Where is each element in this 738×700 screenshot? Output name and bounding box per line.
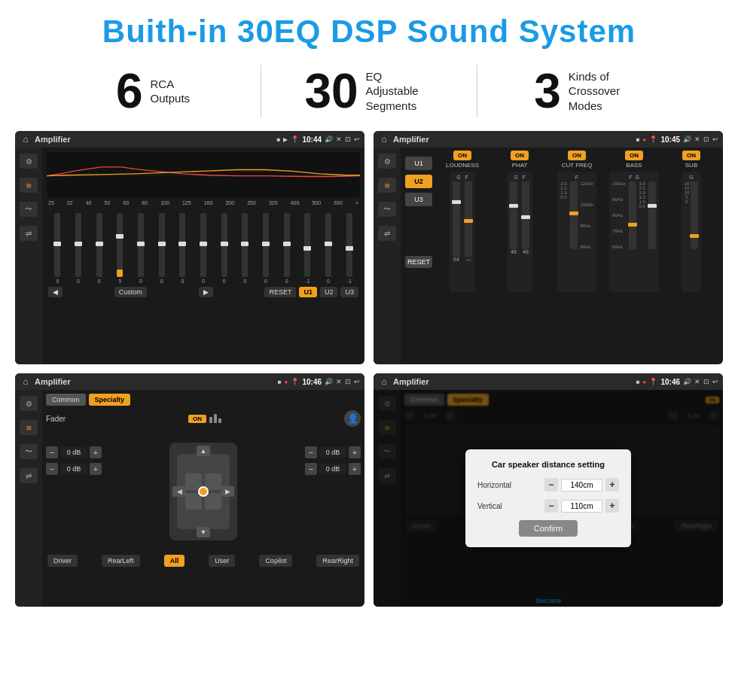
eq-slider-3[interactable]: 0	[90, 213, 108, 284]
location-icon: 📍	[291, 135, 299, 143]
sp-left-top-minus[interactable]: −	[46, 446, 58, 458]
fader-user-btn[interactable]: User	[209, 555, 235, 567]
fader-rearright-btn[interactable]: RearRight	[316, 555, 359, 567]
cx-u2-btn[interactable]: U2	[405, 175, 432, 188]
eq-sliders[interactable]: 0 0 0 5 0	[47, 208, 360, 284]
nav-right-arrow[interactable]: ▶	[221, 486, 234, 497]
eq-record-icon: ■	[277, 136, 281, 143]
fader-tab-specialty[interactable]: Specialty	[89, 394, 131, 406]
eq-time: 10:44	[302, 135, 322, 144]
cx-location-icon: 📍	[649, 135, 657, 143]
cutfreq-toggle[interactable]: ON	[568, 151, 586, 160]
loudness-toggle[interactable]: ON	[453, 151, 471, 160]
screen-dialog: ⌂ Amplifier ■ ● 📍 10:46 🔊 ✕ ⊡ ↩ ⚙ ≋ 〜 ⇌	[374, 373, 723, 607]
eq-slider-8[interactable]: 0	[194, 213, 213, 284]
bass-toggle[interactable]: ON	[625, 151, 643, 160]
eq-window-icon: ⊡	[345, 135, 351, 143]
fader-settings-icon[interactable]: ⚙	[20, 396, 38, 411]
eq-slider-15[interactable]: -1	[340, 213, 358, 284]
eq-slider-5[interactable]: 0	[132, 213, 151, 284]
sp-right-bot-plus[interactable]: +	[349, 463, 361, 475]
cx-balance-icon[interactable]: ⇌	[378, 226, 396, 241]
eq-u1-btn[interactable]: U1	[299, 287, 317, 297]
eq-slider-13[interactable]: -1	[298, 213, 317, 284]
fader-tab-common[interactable]: Common	[46, 394, 86, 406]
bass-name: BASS	[626, 162, 642, 169]
eq-slider-2[interactable]: 0	[69, 213, 88, 284]
cx-eq-icon[interactable]: ≋	[378, 178, 396, 193]
sp-left-bot-plus[interactable]: +	[90, 463, 102, 475]
fader-home-icon[interactable]: ⌂	[20, 376, 32, 388]
fader-eq-icon[interactable]: ≋	[20, 420, 38, 435]
screens-grid: ⌂ Amplifier ■ ▶ 📍 10:44 🔊 ✕ ⊡ ↩ ⚙ ≋ 〜 ⇌	[0, 131, 738, 607]
eq-reset-btn[interactable]: RESET	[264, 287, 296, 297]
eq-bottom-controls: ◀ Custom ▶ RESET U1 U2 U3	[47, 287, 360, 297]
nav-down-arrow[interactable]: ▼	[197, 527, 210, 537]
phat-toggle[interactable]: ON	[511, 151, 529, 160]
sub-toggle[interactable]: ON	[682, 151, 700, 160]
speaker-icon: 🔊	[325, 135, 333, 143]
page-title: Buith-in 30EQ DSP Sound System	[0, 0, 738, 57]
cx-u1-btn[interactable]: U1	[405, 157, 432, 170]
eq-slider-14[interactable]: 0	[319, 213, 338, 284]
fader-driver-btn[interactable]: Driver	[47, 555, 78, 567]
nav-up-arrow[interactable]: ▲	[197, 446, 210, 456]
home-icon[interactable]: ⌂	[20, 133, 32, 145]
sp-right-top-minus[interactable]: −	[305, 446, 317, 458]
eq-main: 253240506380 100125160200250320 40050063…	[42, 148, 364, 364]
eq-slider-1[interactable]: 0	[48, 213, 67, 284]
fader-bars-icon	[209, 414, 221, 423]
fader-copilot-btn[interactable]: Copilot	[259, 555, 292, 567]
eq-slider-11[interactable]: 0	[257, 213, 276, 284]
horizontal-plus[interactable]: +	[605, 478, 619, 492]
confirm-button[interactable]: Confirm	[519, 520, 578, 537]
fader-on-badge[interactable]: ON	[188, 415, 206, 423]
cx-u3-btn[interactable]: U3	[405, 193, 432, 206]
cx-channel-sub: ON SUB G 20 15 10	[664, 151, 718, 361]
sp-left-bot-minus[interactable]: −	[46, 463, 58, 475]
eq-slider-7[interactable]: 0	[173, 213, 192, 284]
fader-rearleft-btn[interactable]: RearLeft	[102, 555, 140, 567]
sidebar-wave-icon[interactable]: 〜	[20, 202, 38, 217]
vertical-plus[interactable]: +	[605, 499, 619, 513]
eq-slider-12[interactable]: 0	[277, 213, 296, 284]
dialog-vertical-row: Vertical − 110cm +	[477, 499, 619, 513]
cx-wave-icon[interactable]: 〜	[378, 202, 396, 217]
sp-right-top-plus[interactable]: +	[349, 446, 361, 458]
eq-slider-4[interactable]: 5	[111, 213, 130, 284]
eq-u2-btn[interactable]: U2	[320, 287, 338, 297]
sidebar-settings-icon[interactable]: ⚙	[20, 154, 38, 169]
dialog-home-icon[interactable]: ⌂	[378, 376, 390, 388]
fader-tabs: Common Specialty	[46, 394, 361, 406]
fader-label-text: Fader	[46, 415, 66, 423]
eq-body: ⚙ ≋ 〜 ⇌ 253240506380 100125160200250320	[15, 148, 364, 364]
fader-sidebar: ⚙ ≋ 〜 ⇌	[15, 390, 42, 607]
sidebar-balance-icon[interactable]: ⇌	[20, 226, 38, 241]
eq-slider-9[interactable]: 0	[215, 213, 233, 284]
user-profile-icon[interactable]: 👤	[344, 410, 361, 427]
dlg-window-icon: ⊡	[703, 378, 709, 385]
fader-wave-icon[interactable]: 〜	[20, 444, 38, 459]
fader-all-btn[interactable]: All	[164, 555, 185, 567]
dialog-screen-title: Amplifier	[393, 377, 429, 386]
vertical-minus[interactable]: −	[544, 499, 558, 513]
sp-left-top-plus[interactable]: +	[90, 446, 102, 458]
fader-balance-icon[interactable]: ⇌	[20, 468, 38, 483]
eq-slider-10[interactable]: 0	[236, 213, 255, 284]
eq-u3-btn[interactable]: U3	[340, 287, 358, 297]
sidebar-eq-icon[interactable]: ≋	[20, 178, 38, 193]
nav-left-arrow[interactable]: ◀	[172, 486, 186, 497]
eq-slider-6[interactable]: 0	[152, 213, 171, 284]
stat-rca: 6 RCAOutputs	[45, 67, 261, 115]
eq-status-bar: ⌂ Amplifier ■ ▶ 📍 10:44 🔊 ✕ ⊡ ↩	[15, 131, 364, 148]
sp-right-bot-minus[interactable]: −	[305, 463, 317, 475]
eq-prev-btn[interactable]: ◀	[48, 287, 63, 297]
crossover-home-icon[interactable]: ⌂	[378, 133, 390, 145]
horizontal-minus[interactable]: −	[544, 478, 558, 492]
sp-left-bot-val: 0 dB	[60, 464, 87, 474]
stat-eq: 30 EQ AdjustableSegments	[261, 67, 477, 115]
cx-settings-icon[interactable]: ⚙	[378, 154, 396, 169]
eq-next-btn[interactable]: ▶	[199, 287, 213, 297]
cx-reset-btn[interactable]: RESET	[405, 256, 432, 268]
loudness-name: LOUDNESS	[446, 162, 479, 169]
